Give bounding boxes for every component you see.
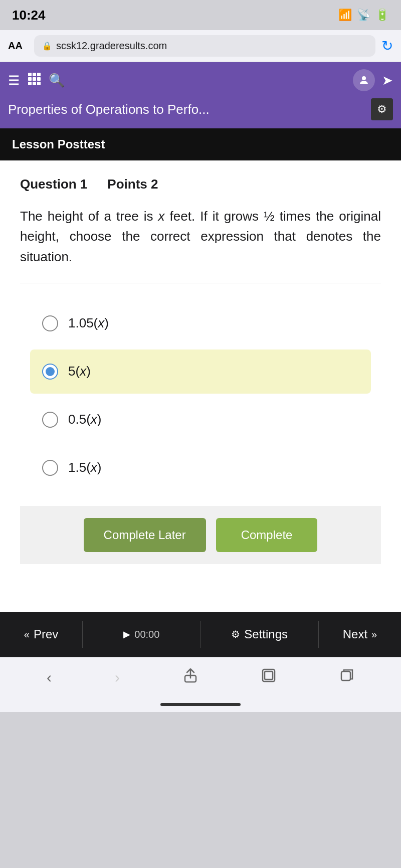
action-bar: Complete Later Complete — [20, 506, 381, 564]
status-bar: 10:24 📶 📡 🔋 — [0, 0, 401, 30]
points-label: Points 2 — [107, 177, 158, 192]
next-double-arrow-icon: » — [371, 629, 377, 640]
prev-label: Prev — [34, 627, 58, 641]
ios-bottom-bar: ‹ › — [0, 657, 401, 697]
ios-forward-button[interactable]: › — [110, 664, 125, 691]
question-header: Question 1 Points 2 — [20, 177, 381, 192]
question-text: The height of a tree is x feet. If it gr… — [20, 206, 381, 267]
answer-text-b: 5(x) — [68, 364, 91, 379]
settings-nav-item[interactable]: ⚙ Settings — [201, 612, 318, 657]
svg-rect-12 — [265, 671, 273, 679]
settings-label: Settings — [244, 627, 288, 641]
refresh-button[interactable]: ↻ — [381, 38, 393, 54]
url-text: scsk12.graderesults.com — [56, 40, 167, 52]
course-title: Properties of Operations to Perfo... — [8, 102, 371, 117]
url-bar[interactable]: 🔒 scsk12.graderesults.com — [34, 35, 375, 57]
answer-option-d[interactable]: 1.5(x) — [30, 446, 371, 490]
answer-options: 1.05(x) 5(x) 0.5(x) 1.5(x) — [20, 301, 381, 494]
svg-point-9 — [362, 76, 366, 80]
bottom-nav: « Prev ▶ 00:00 ⚙ Settings Next » — [0, 612, 401, 657]
main-content: Question 1 Points 2 The height of a tree… — [0, 160, 401, 612]
answer-text-c: 0.5(x) — [68, 412, 101, 427]
battery-icon: 🔋 — [375, 9, 389, 22]
status-time: 10:24 — [12, 8, 46, 23]
ios-bookmarks-button[interactable] — [256, 663, 281, 691]
svg-rect-6 — [28, 82, 32, 85]
divider — [20, 283, 381, 283]
radio-a[interactable] — [42, 315, 58, 331]
svg-rect-3 — [28, 77, 32, 81]
browser-aa-label: AA — [8, 40, 28, 52]
prev-double-arrow-icon: « — [24, 629, 30, 640]
ios-back-button[interactable]: ‹ — [42, 664, 57, 691]
radio-inner-b — [46, 367, 55, 376]
svg-rect-5 — [37, 77, 41, 81]
play-icon: ▶ — [123, 629, 130, 640]
gear-icon: ⚙ — [377, 103, 387, 116]
answer-option-c[interactable]: 0.5(x) — [30, 398, 371, 442]
prev-nav-item[interactable]: « Prev — [0, 612, 82, 657]
radio-c[interactable] — [42, 412, 58, 428]
browser-bar: AA 🔒 scsk12.graderesults.com ↻ — [0, 30, 401, 62]
status-icons: 📶 📡 🔋 — [338, 9, 389, 22]
signal-icon: 📶 — [338, 9, 352, 22]
grid-icon[interactable] — [28, 72, 41, 88]
settings-icon: ⚙ — [231, 628, 240, 640]
next-nav-item[interactable]: Next » — [319, 612, 401, 657]
home-indicator-bar — [160, 703, 241, 706]
settings-gear-button[interactable]: ⚙ — [371, 98, 393, 120]
ios-tabs-button[interactable] — [334, 663, 359, 691]
lesson-posttest-title: Lesson Posttest — [12, 137, 105, 151]
search-icon[interactable]: 🔍 — [49, 73, 65, 88]
header-left: ☰ 🔍 — [8, 72, 65, 88]
home-indicator — [0, 697, 401, 712]
radio-d[interactable] — [42, 460, 58, 476]
wifi-icon: 📡 — [357, 9, 370, 22]
answer-option-a[interactable]: 1.05(x) — [30, 301, 371, 345]
answer-option-b[interactable]: 5(x) — [30, 350, 371, 394]
svg-rect-7 — [33, 82, 36, 85]
question-label: Question 1 — [20, 177, 87, 192]
svg-rect-0 — [28, 73, 32, 76]
complete-later-button[interactable]: Complete Later — [84, 518, 206, 552]
svg-rect-13 — [341, 671, 350, 680]
svg-rect-4 — [33, 77, 36, 81]
ios-share-button[interactable] — [178, 663, 203, 691]
radio-b[interactable] — [42, 364, 58, 380]
arrow-right-icon[interactable]: ➤ — [382, 73, 393, 88]
timer-text: 00:00 — [134, 629, 159, 640]
svg-rect-2 — [37, 73, 41, 76]
answer-text-a: 1.05(x) — [68, 315, 109, 331]
complete-button[interactable]: Complete — [216, 518, 318, 552]
answer-text-d: 1.5(x) — [68, 460, 101, 475]
course-title-bar: Properties of Operations to Perfo... ⚙ — [0, 98, 401, 128]
app-header: ☰ 🔍 ➤ — [0, 62, 401, 98]
header-right: ➤ — [353, 69, 393, 91]
lock-icon: 🔒 — [42, 41, 52, 51]
timer-nav-item[interactable]: ▶ 00:00 — [83, 612, 200, 657]
hamburger-icon[interactable]: ☰ — [8, 73, 20, 88]
lesson-bar: Lesson Posttest — [0, 128, 401, 160]
svg-rect-1 — [33, 73, 36, 76]
next-label: Next — [343, 627, 367, 641]
user-icon[interactable] — [353, 69, 375, 91]
svg-rect-8 — [37, 82, 41, 85]
